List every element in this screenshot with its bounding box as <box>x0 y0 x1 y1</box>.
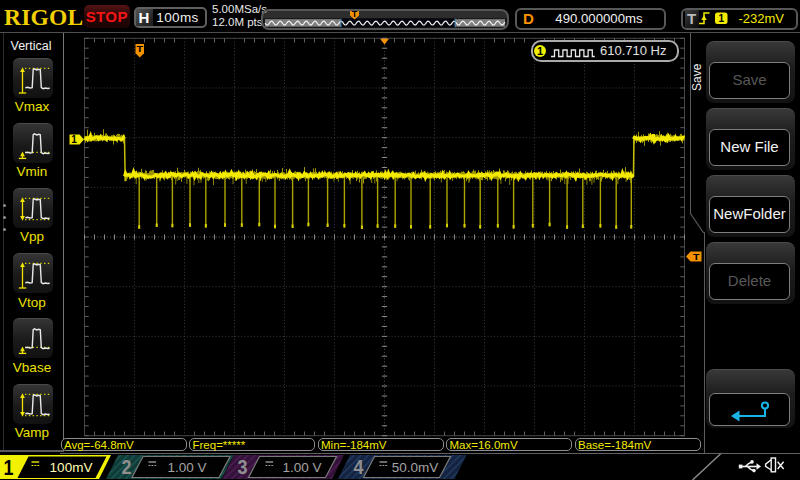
svg-text:2: 2 <box>122 456 132 478</box>
svg-text:50.0mV: 50.0mV <box>392 459 439 474</box>
svg-text:T: T <box>137 43 144 54</box>
svg-text:1.00 V: 1.00 V <box>167 459 206 474</box>
svg-text:100mV: 100mV <box>50 459 93 474</box>
svg-text:T: T <box>693 251 700 262</box>
svg-text:3: 3 <box>238 456 248 478</box>
svg-text:1: 1 <box>4 455 14 479</box>
svg-text:1: 1 <box>71 134 77 145</box>
svg-text:4: 4 <box>354 456 365 478</box>
svg-text:1.00 V: 1.00 V <box>282 459 321 474</box>
